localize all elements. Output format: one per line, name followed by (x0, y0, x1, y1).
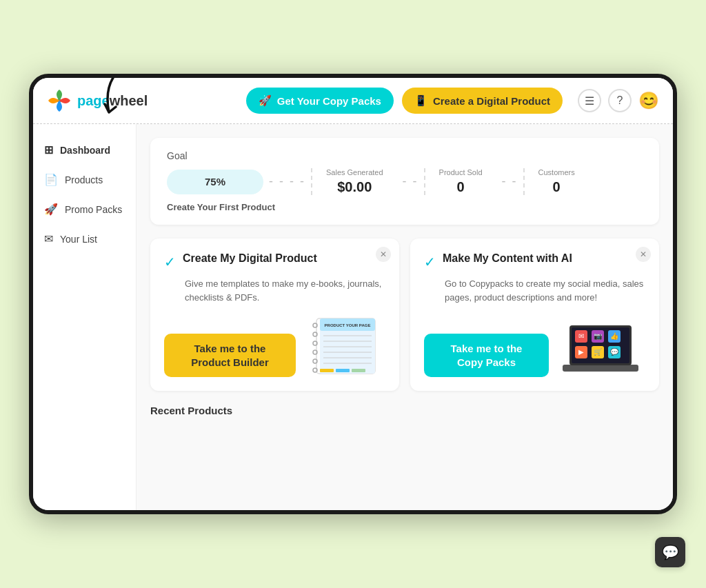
svg-rect-17 (320, 369, 334, 372)
dashboard-icon: ⊞ (44, 143, 53, 156)
help-icon-button[interactable]: ? (608, 89, 632, 112)
products-icon: 📄 (44, 173, 58, 186)
laptop-illustration: ✉ 📷 👍 ▶ 🛒 💬 (556, 315, 645, 377)
promo-packs-icon: 🚀 (44, 203, 58, 216)
goal-card-label: Goal (167, 150, 643, 161)
progress-dashes-2: - - (397, 174, 424, 189)
stat-product-sold: Product Sold 0 (424, 168, 496, 195)
sidebar-item-your-list[interactable]: ✉ Your List (33, 224, 136, 254)
card-desc-product: Give me templates to make my e-books, jo… (164, 277, 385, 304)
sidebar-label-promo-packs: Promo Packs (65, 204, 122, 215)
avatar-icon[interactable]: 😊 (638, 91, 659, 110)
action-card-product-builder: ✕ ✓ Create My Digital Product Give me te… (150, 239, 399, 391)
stat-product-value: 0 (456, 179, 464, 195)
copy-packs-action-button[interactable]: Take me to the Copy Packs (424, 334, 549, 377)
card-bottom-copy: Take me to the Copy Packs (424, 315, 645, 377)
get-copy-packs-button[interactable]: 🚀 Get Your Copy Packs (246, 88, 394, 114)
sidebar-label-products: Products (65, 174, 103, 185)
card-close-product[interactable]: ✕ (376, 247, 391, 262)
svg-rect-18 (336, 369, 350, 372)
card-bottom-product: Take me to the Product Builder PRODUCT Y… (164, 315, 385, 377)
device-frame: pagewheel 🚀 Get Your Copy Packs 📱 Create… (29, 74, 677, 514)
create-product-btn-icon: 📱 (414, 94, 427, 107)
sidebar: ⊞ Dashboard 📄 Products 🚀 Promo Packs ✉ Y… (33, 124, 137, 510)
svg-text:▶: ▶ (578, 348, 584, 356)
action-card-copy-packs: ✕ ✓ Make My Content with AI Go to Copypa… (410, 239, 659, 391)
svg-text:👍: 👍 (610, 332, 619, 341)
copy-packs-btn-icon: 🚀 (259, 94, 272, 107)
goal-card: Goal 75% - - - - Sales Generated $0.00 -… (150, 138, 659, 225)
svg-text:📷: 📷 (594, 332, 603, 341)
stat-customers-label: Customers (538, 168, 575, 176)
product-builder-button[interactable]: Take me to the Product Builder (164, 334, 296, 377)
sidebar-item-promo-packs[interactable]: 🚀 Promo Packs (33, 194, 136, 224)
card-desc-copy: Go to Copypacks to create my social medi… (424, 277, 645, 304)
progress-bar: 75% (167, 170, 263, 194)
svg-rect-20 (563, 365, 638, 372)
card-title-copy: Make My Content with AI (443, 252, 572, 265)
svg-text:PRODUCT YOUR PAGE: PRODUCT YOUR PAGE (325, 323, 371, 327)
svg-text:🛒: 🛒 (594, 347, 603, 356)
arrow-annotation (95, 74, 150, 126)
svg-text:💬: 💬 (610, 347, 619, 356)
sidebar-label-your-list: Your List (60, 234, 97, 245)
main-layout: ⊞ Dashboard 📄 Products 🚀 Promo Packs ✉ Y… (33, 124, 673, 510)
card-header-product: ✓ Create My Digital Product (164, 252, 385, 270)
stat-sales-generated: Sales Generated $0.00 (311, 168, 397, 195)
progress-percent: 75% (167, 170, 263, 194)
action-cards-row: ✕ ✓ Create My Digital Product Give me te… (150, 239, 659, 391)
recent-products-title: Recent Products (150, 405, 659, 416)
main-content: Goal 75% - - - - Sales Generated $0.00 -… (137, 124, 673, 510)
copy-packs-btn-label: Get Your Copy Packs (277, 95, 381, 107)
progress-dashes: - - - - (263, 174, 311, 189)
goal-subtitle: Create Your First Product (167, 202, 643, 212)
chat-button[interactable]: 💬 (655, 537, 685, 567)
check-icon-product: ✓ (164, 254, 176, 270)
card-header-copy: ✓ Make My Content with AI (424, 252, 645, 270)
stat-customers: Customers 0 (523, 168, 589, 195)
header-icons: ☰ ? 😊 (578, 89, 659, 112)
your-list-icon: ✉ (44, 232, 53, 245)
menu-icon-button[interactable]: ☰ (578, 89, 601, 112)
stat-sales-value: $0.00 (337, 179, 372, 195)
stat-sales-label: Sales Generated (326, 168, 383, 176)
create-product-btn-label: Create a Digital Product (433, 95, 550, 107)
stat-customers-value: 0 (553, 179, 561, 195)
card-close-copy[interactable]: ✕ (636, 247, 651, 262)
svg-text:✉: ✉ (578, 332, 584, 340)
logo-icon (47, 88, 72, 113)
goal-progress-row: 75% - - - - Sales Generated $0.00 - - Pr… (167, 168, 643, 195)
check-icon-copy: ✓ (424, 254, 436, 270)
sidebar-item-products[interactable]: 📄 Products (33, 165, 136, 194)
chat-icon: 💬 (662, 544, 679, 560)
notebook-illustration: PRODUCT YOUR PAGE (303, 315, 385, 377)
sidebar-item-dashboard[interactable]: ⊞ Dashboard (33, 135, 136, 165)
progress-dashes-3: - - (496, 174, 523, 189)
create-digital-product-button[interactable]: 📱 Create a Digital Product (402, 88, 563, 114)
card-title-product: Create My Digital Product (183, 252, 317, 265)
svg-rect-19 (352, 369, 365, 372)
stat-product-label: Product Sold (439, 168, 483, 176)
sidebar-label-dashboard: Dashboard (60, 145, 110, 156)
